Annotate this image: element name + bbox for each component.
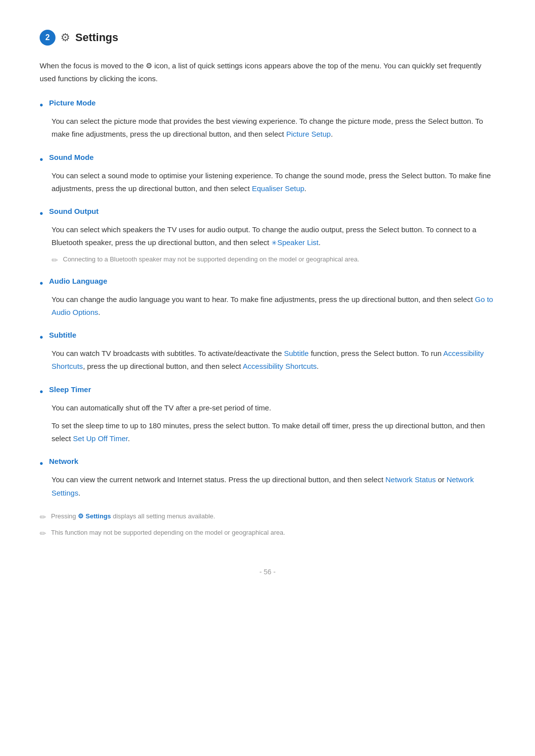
link-subtitle[interactable]: Subtitle [284, 349, 309, 357]
global-note-text-2: This function may not be supported depen… [51, 528, 285, 538]
section-heading-picture-mode: Picture Mode [49, 99, 96, 107]
link-equaliser-setup[interactable]: Equaliser Setup [252, 184, 304, 193]
global-note-1: ✏ Pressing ⚙ Settings displays all setti… [40, 511, 495, 522]
section-heading-sound-mode: Sound Mode [49, 153, 94, 161]
intro-text: When the focus is moved to the ⚙ icon, a… [40, 59, 495, 85]
note-pencil-icon: ✏ [52, 255, 58, 265]
section-body-network: You can view the current network and Int… [40, 473, 495, 500]
section-sound-mode: • Sound Mode You can select a sound mode… [40, 153, 495, 196]
section-body-picture-mode: You can select the picture mode that pro… [40, 115, 495, 141]
bullet-dot: • [40, 277, 43, 289]
settings-gear-icon: ⚙ [60, 31, 70, 44]
section-list: • Picture Mode You can select the pictur… [40, 99, 495, 500]
bullet-dot: • [40, 207, 43, 219]
inline-gear-icon: ⚙ [146, 61, 152, 70]
link-speaker-list[interactable]: Speaker List [277, 238, 319, 247]
page-footer: - 56 - [40, 568, 495, 576]
section-body-subtitle: You can watch TV broadcasts with subtitl… [40, 347, 495, 373]
bullet-dot: • [40, 331, 43, 343]
bullet-dot: • [40, 99, 43, 111]
section-body-sleep-timer-2: To set the sleep time to up to 180 minut… [40, 419, 495, 446]
global-note-2: ✏ This function may not be supported dep… [40, 528, 495, 538]
global-note-text-1: Pressing ⚙ Settings displays all setting… [51, 511, 215, 522]
bullet-dot: • [40, 153, 43, 165]
link-set-up-off-timer[interactable]: Set Up Off Timer [73, 434, 128, 443]
section-body-sound-mode: You can select a sound mode to optimise … [40, 169, 495, 196]
section-heading-audio-language: Audio Language [49, 277, 107, 285]
section-network: • Network You can view the current netwo… [40, 457, 495, 500]
link-accessibility-shortcuts-2[interactable]: Accessibility Shortcuts [243, 362, 317, 370]
section-heading-sleep-timer: Sleep Timer [49, 385, 91, 394]
page-title: Settings [75, 31, 118, 44]
inline-settings-link: ⚙ Settings [78, 512, 111, 520]
section-sleep-timer: • Sleep Timer You can automatically shut… [40, 385, 495, 446]
bullet-dot: • [40, 457, 43, 469]
page-header: 2 ⚙ Settings [40, 30, 495, 46]
section-body-audio-language: You can change the audio language you wa… [40, 293, 495, 319]
section-subtitle: • Subtitle You can watch TV broadcasts w… [40, 331, 495, 373]
section-audio-language: • Audio Language You can change the audi… [40, 277, 495, 319]
section-body-sleep-timer-1: You can automatically shut off the TV af… [40, 402, 495, 414]
section-body-sound-output: You can select which speakers the TV use… [40, 223, 495, 250]
link-go-to-audio-options[interactable]: Go to Audio Options [52, 295, 493, 316]
sound-output-note: ✏ Connecting to a Bluetooth speaker may … [40, 254, 495, 265]
bullet-dot: • [40, 386, 43, 398]
chapter-badge: 2 [40, 30, 55, 46]
link-network-status[interactable]: Network Status [385, 475, 436, 484]
link-picture-setup[interactable]: Picture Setup [286, 130, 331, 138]
page-number: - 56 - [260, 568, 276, 576]
section-heading-subtitle: Subtitle [49, 331, 76, 339]
section-heading-sound-output: Sound Output [49, 207, 99, 215]
global-note-pencil-icon-2: ✏ [40, 529, 46, 538]
section-sound-output: • Sound Output You can select which spea… [40, 207, 495, 265]
global-note-pencil-icon-1: ✏ [40, 512, 46, 522]
note-text-bluetooth: Connecting to a Bluetooth speaker may no… [63, 254, 359, 265]
bluetooth-icon: ✳ [271, 239, 277, 247]
section-picture-mode: • Picture Mode You can select the pictur… [40, 99, 495, 141]
section-heading-network: Network [49, 457, 78, 465]
